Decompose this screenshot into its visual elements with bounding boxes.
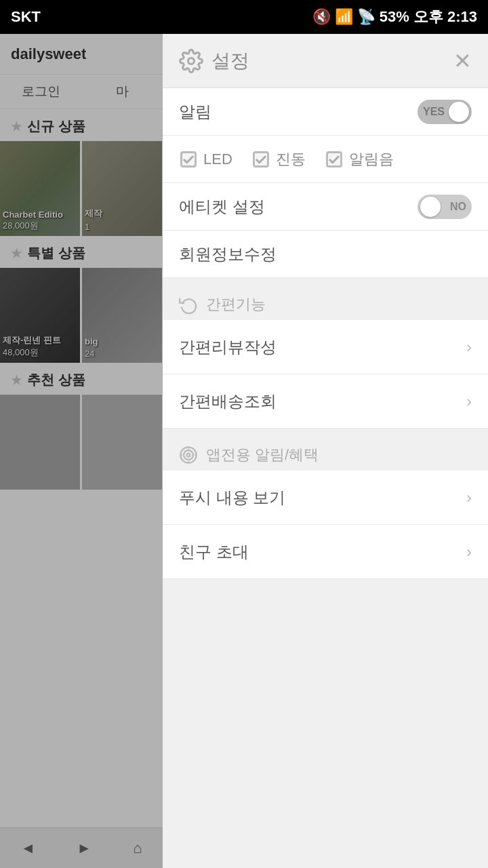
carrier-label: SKT xyxy=(11,8,41,26)
wifi-icon: 📶 xyxy=(335,8,353,26)
quick-delivery-item[interactable]: 간편배송조회 › xyxy=(163,374,488,429)
settings-panel: 설정 ✕ 알림 YES LED xyxy=(163,34,488,868)
toggle-yes-label: YES xyxy=(423,106,445,118)
etiquette-toggle[interactable]: NO xyxy=(418,195,472,219)
quick-delivery-label: 간편배송조회 xyxy=(179,391,277,412)
alarm-toggle[interactable]: YES xyxy=(418,100,472,124)
checkbox-icon xyxy=(325,150,344,169)
settings-title: 설정 xyxy=(211,48,249,74)
app-section-label: 앱전용 알림/혜택 xyxy=(206,445,319,465)
toggle-thumb xyxy=(449,102,469,122)
member-row[interactable]: 회원정보수정 xyxy=(163,231,488,278)
quick-section: 간편리뷰작성 › 간편배송조회 › xyxy=(163,320,488,429)
settings-header-left: 설정 xyxy=(179,48,249,74)
etiquette-label: 에티켓 설정 xyxy=(179,196,265,218)
push-content-label: 푸시 내용 보기 xyxy=(179,487,285,509)
svg-rect-2 xyxy=(253,152,268,166)
chevron-right-icon: › xyxy=(466,392,472,411)
toggle-no-label: NO xyxy=(450,201,466,213)
alarm-label: 알림 xyxy=(179,101,211,123)
svg-rect-3 xyxy=(327,152,341,166)
svg-rect-1 xyxy=(182,152,196,166)
settings-header: 설정 ✕ xyxy=(163,34,488,88)
alarm-row: 알림 YES xyxy=(163,88,488,136)
etiquette-row: 에티켓 설정 NO xyxy=(163,183,488,231)
app-section-header: 앱전용 알림/혜택 xyxy=(163,434,488,471)
member-label: 회원정보수정 xyxy=(179,243,277,265)
battery-label: 53% xyxy=(380,8,409,26)
toggle-thumb xyxy=(420,197,441,217)
quick-section-header: 간편기능 xyxy=(163,283,488,320)
chevron-right-icon: › xyxy=(466,542,472,561)
quick-review-item[interactable]: 간편리뷰작성 › xyxy=(163,320,488,374)
status-bar: SKT 🔇 📶 📡 53% 오후 2:13 xyxy=(0,0,488,34)
time-label: 오후 2:13 xyxy=(413,7,477,27)
svg-point-0 xyxy=(188,58,195,64)
chevron-right-icon: › xyxy=(466,488,472,507)
alarm-section: 알림 YES LED 진동 xyxy=(163,88,488,278)
vibration-checkbox[interactable]: 진동 xyxy=(251,149,306,170)
vibration-label: 진동 xyxy=(276,149,306,170)
mute-icon: 🔇 xyxy=(312,8,331,26)
sound-label: 알림음 xyxy=(349,149,394,170)
led-checkbox[interactable]: LED xyxy=(179,150,232,169)
gear-icon xyxy=(179,49,203,73)
checkbox-icon xyxy=(179,150,198,169)
refresh-icon xyxy=(179,295,198,314)
invite-friend-label: 친구 초대 xyxy=(179,541,249,563)
app-section: 푸시 내용 보기 › 친구 초대 › xyxy=(163,471,488,579)
status-right: 🔇 📶 📡 53% 오후 2:13 xyxy=(312,7,477,27)
led-label: LED xyxy=(203,151,232,168)
svg-point-5 xyxy=(184,450,193,460)
invite-friend-item[interactable]: 친구 초대 › xyxy=(163,525,488,579)
sound-checkbox[interactable]: 알림음 xyxy=(325,149,394,170)
target-icon xyxy=(179,446,198,465)
signal-icon: 📡 xyxy=(357,8,375,26)
push-content-item[interactable]: 푸시 내용 보기 › xyxy=(163,471,488,525)
close-button[interactable]: ✕ xyxy=(453,50,472,72)
svg-point-6 xyxy=(187,454,190,457)
quick-review-label: 간편리뷰작성 xyxy=(179,336,277,358)
chevron-right-icon: › xyxy=(466,338,472,357)
checkbox-row: LED 진동 알림음 xyxy=(163,136,488,183)
quick-section-label: 간편기능 xyxy=(206,294,266,315)
checkbox-icon xyxy=(251,150,270,169)
